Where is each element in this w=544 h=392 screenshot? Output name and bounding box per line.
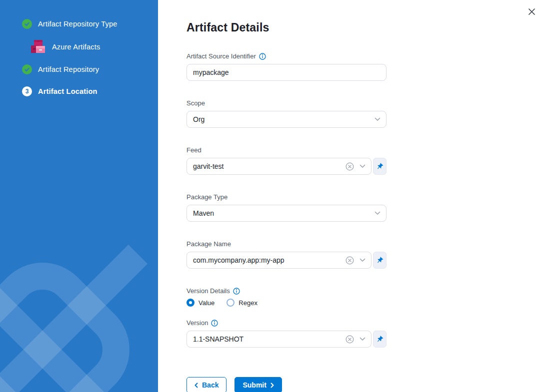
wizard-sidebar: Artifact Repository Type Azure Artifacts… [0, 0, 158, 392]
selected-value: Org [193, 115, 374, 123]
page-title: Artifact Details [186, 21, 544, 34]
radio-regex[interactable]: Regex [226, 299, 258, 307]
field-label: Package Name [186, 240, 231, 248]
radio-label: Value [198, 299, 214, 307]
field-label: Package Type [186, 193, 228, 201]
chevron-down-icon[interactable] [360, 258, 366, 262]
clear-circle-icon[interactable] [346, 162, 354, 171]
radio-label: Regex [238, 299, 258, 307]
field-label: Feed [186, 146, 202, 154]
chevron-right-icon [270, 383, 274, 388]
chevron-down-icon[interactable] [374, 211, 380, 215]
submit-button[interactable]: Submit [234, 377, 282, 392]
harness-logo-watermark [0, 245, 148, 392]
back-button-label: Back [202, 381, 218, 389]
field-label: Version [186, 319, 208, 327]
artifact-source-identifier-input[interactable] [193, 68, 380, 76]
field-feed: Feed [186, 146, 386, 175]
back-button[interactable]: Back [186, 377, 226, 392]
info-icon[interactable] [211, 320, 218, 327]
submit-button-label: Submit [242, 381, 266, 389]
field-label: Scope [186, 99, 205, 107]
step-label: Artifact Repository [38, 65, 99, 73]
feed-combobox[interactable] [186, 158, 372, 175]
clear-circle-icon[interactable] [346, 256, 354, 265]
close-icon[interactable] [526, 6, 536, 16]
clear-circle-icon[interactable] [346, 335, 354, 344]
azure-artifacts-icon [31, 40, 46, 53]
step-sub-azure-artifacts: Azure Artifacts [31, 40, 158, 53]
check-icon [22, 19, 32, 29]
field-package-type: Package Type Maven [186, 193, 386, 222]
version-combobox[interactable] [186, 331, 372, 348]
radio-selected-icon [186, 299, 194, 307]
package-type-select[interactable]: Maven [186, 205, 386, 222]
field-package-name: Package Name [186, 240, 386, 269]
radio-unselected-icon [226, 299, 234, 307]
scope-select[interactable]: Org [186, 111, 386, 128]
field-label: Artifact Source Identifier [186, 52, 256, 60]
field-label: Version Details [186, 287, 230, 295]
package-name-input[interactable] [193, 256, 346, 264]
chevron-down-icon[interactable] [360, 164, 366, 168]
step-label: Azure Artifacts [52, 43, 100, 51]
pin-icon[interactable] [373, 331, 386, 348]
wizard-steps: Artifact Repository Type Azure Artifacts… [22, 19, 158, 96]
step-artifact-repository[interactable]: Artifact Repository [22, 64, 158, 74]
form-actions: Back Submit [186, 377, 386, 392]
radio-value[interactable]: Value [186, 299, 214, 307]
step-label: Artifact Repository Type [38, 20, 117, 28]
field-version: Version [186, 319, 386, 348]
step-artifact-location[interactable]: 3 Artifact Location [22, 86, 158, 96]
step-label: Artifact Location [38, 87, 98, 95]
selected-value: Maven [193, 209, 374, 217]
artifact-details-panel: Artifact Details Artifact Source Identif… [158, 0, 544, 392]
check-icon [22, 64, 32, 74]
version-input[interactable] [193, 335, 346, 343]
field-version-details: Version Details Value Regex [186, 287, 386, 307]
pin-icon[interactable] [373, 252, 386, 269]
step-artifact-repository-type[interactable]: Artifact Repository Type [22, 19, 158, 29]
field-artifact-source-identifier: Artifact Source Identifier [186, 52, 386, 81]
chevron-down-icon[interactable] [374, 117, 380, 121]
feed-input[interactable] [193, 162, 346, 170]
chevron-left-icon [194, 383, 198, 388]
package-name-combobox[interactable] [186, 252, 372, 269]
field-scope: Scope Org [186, 99, 386, 128]
pin-icon[interactable] [373, 158, 386, 175]
step-number-badge: 3 [22, 86, 32, 96]
artifact-details-form: Artifact Source Identifier Scope Org [186, 52, 386, 392]
chevron-down-icon[interactable] [360, 337, 366, 341]
info-icon[interactable] [259, 53, 266, 60]
info-icon[interactable] [233, 288, 240, 295]
